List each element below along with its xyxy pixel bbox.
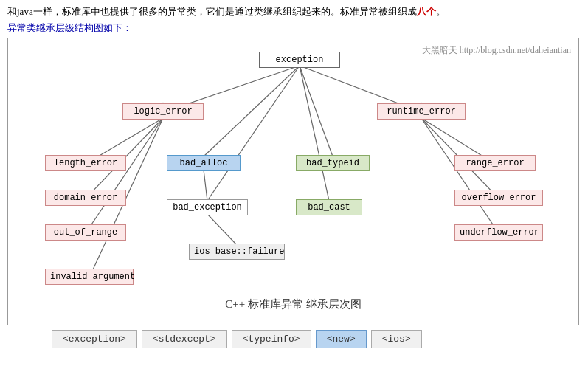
watermark: 大黑暗天 http://blog.csdn.net/daheiantian <box>422 44 571 57</box>
node-overflow-error: overflow_error <box>454 190 543 206</box>
svg-line-2 <box>204 66 300 156</box>
footer-tab-3[interactable]: <new> <box>316 330 367 348</box>
node-domain-error: domain_error <box>45 190 126 206</box>
node-range-error: range_error <box>454 155 536 171</box>
svg-line-12 <box>421 118 499 233</box>
svg-line-13 <box>204 170 207 201</box>
intro-text-before: 和java一样，标准库中也提供了很多的异常类，它们是通过类继承组织起来的。标准异… <box>7 6 417 17</box>
node-logic-error: logic_error <box>122 103 204 120</box>
footer-tab-1[interactable]: <stdexcept> <box>142 330 227 348</box>
node-bad-alloc: bad_alloc <box>167 155 241 171</box>
node-bad-exception: bad_exception <box>167 199 248 215</box>
svg-line-8 <box>86 118 163 233</box>
node-out-of-range: out_of_range <box>45 224 126 241</box>
intro-text: 和java一样，标准库中也提供了很多的异常类，它们是通过类继承组织起来的。标准异… <box>7 4 581 20</box>
node-bad-cast: bad_cast <box>296 199 362 215</box>
subtitle: 异常类继承层级结构图如下： <box>7 21 581 35</box>
footer-tab-0[interactable]: <exception> <box>52 330 137 348</box>
svg-line-5 <box>300 66 329 201</box>
svg-line-4 <box>207 66 300 201</box>
svg-line-3 <box>300 66 333 156</box>
page-wrapper: 和java一样，标准库中也提供了很多的异常类，它们是通过类继承组织起来的。标准异… <box>0 0 588 353</box>
node-ios-base-failure: ios_base::failure <box>189 244 285 260</box>
footer-tabs: <exception><stdexcept><typeinfo><new><io… <box>7 330 581 348</box>
node-exception: exception <box>259 52 340 68</box>
intro-text-after: 。 <box>436 6 446 17</box>
footer-tab-4[interactable]: <ios> <box>371 330 422 348</box>
node-runtime-error: runtime_error <box>377 103 466 120</box>
node-underflow-error: underflow_error <box>454 224 543 241</box>
footer-tab-2[interactable]: <typeinfo> <box>232 330 311 348</box>
node-length-error: length_error <box>45 155 126 171</box>
svg-line-14 <box>207 214 237 245</box>
node-invalid-argument: invalid_argument <box>45 269 134 285</box>
diagram-container: 大黑暗天 http://blog.csdn.net/daheiantian <box>7 38 579 325</box>
diagram-title: C++ 标准库异常 继承层次图 <box>225 297 361 311</box>
node-bad-typeid: bad_typeid <box>296 155 370 171</box>
intro-highlight: 八个 <box>417 6 436 17</box>
